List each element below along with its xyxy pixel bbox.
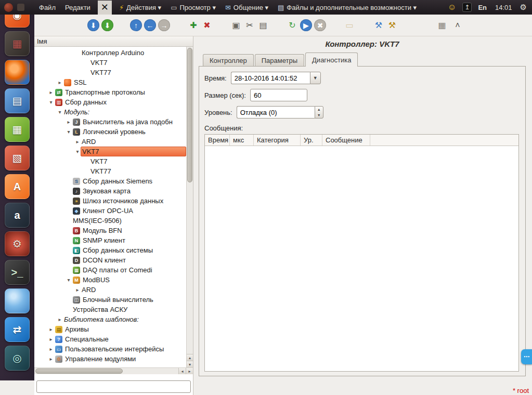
time-dropdown-icon[interactable]: ▼ [310, 72, 321, 84]
tree-item[interactable]: ▾Модуль: [34, 107, 186, 117]
tree-collapsed-icon[interactable]: ▸ [48, 356, 54, 362]
delete-item-button[interactable]: ✖ [200, 19, 214, 32]
cut-item-button[interactable]: ✂ [243, 19, 256, 32]
smiley-indicator-icon[interactable]: ☺ [444, 3, 460, 12]
tree-item[interactable]: DDCON клиент [34, 255, 186, 265]
tree-collapsed-icon[interactable]: ▸ [48, 336, 54, 342]
tree-vertical-scrollbar[interactable]: ▴ ▾ [186, 47, 193, 367]
tree-item[interactable]: ▸?Специальные [34, 334, 186, 344]
column-header-1[interactable]: мкс [230, 135, 254, 146]
tree-expanded-icon[interactable]: ▾ [74, 149, 81, 154]
scroll-right-icon[interactable]: ▸ [186, 368, 193, 374]
tree-item[interactable]: VKT77 [34, 68, 186, 77]
clear-button[interactable]: ▭ [343, 19, 356, 32]
launcher-item-bottom-partial[interactable]: ◎ [5, 346, 30, 371]
size-input[interactable] [250, 89, 307, 101]
spin-up-icon[interactable]: ▲ [315, 107, 323, 112]
tree-item[interactable]: Контроллер Arduino [34, 48, 186, 58]
tree-horizontal-scrollbar-thumb[interactable] [35, 368, 123, 374]
up-button[interactable]: ↑ [130, 19, 142, 31]
tree-vertical-scrollbar-thumb[interactable] [187, 48, 192, 182]
refresh-button[interactable]: ↻ [286, 19, 299, 32]
start-button[interactable]: ▶ [300, 19, 312, 31]
tree-item[interactable]: ♪Звуковая карта [34, 186, 186, 196]
tree-item[interactable]: ▸ARD [34, 137, 186, 147]
clock[interactable]: 14:01 [490, 4, 517, 11]
tree-item[interactable]: VKT7 [34, 58, 186, 68]
tree-expanded-icon[interactable]: ▾ [66, 277, 72, 283]
tree-item[interactable]: SСбор данных Siemens [34, 176, 186, 186]
tree-item[interactable]: ▸SSL [34, 77, 186, 87]
launcher-item-amazon[interactable]: a [5, 203, 30, 228]
tree-item[interactable]: ◫Блочный вычислитель [34, 295, 186, 305]
launcher-item-files-dark[interactable]: ▦ [5, 31, 30, 56]
tree-collapsed-icon[interactable]: ▸ [48, 326, 54, 332]
launcher-item-teamviewer[interactable]: ⇄ [5, 317, 30, 342]
indicator-view[interactable]: ▭Просмотр ▾ [166, 0, 220, 15]
launcher-item-writer[interactable]: ▤ [5, 88, 30, 113]
scroll-up-icon[interactable]: ▴ [187, 354, 193, 361]
tree-item[interactable]: VKT77 [34, 166, 186, 176]
tree-item[interactable]: »Шлюз источников данных [34, 196, 186, 206]
tree-header[interactable]: Імя [34, 36, 193, 47]
tree-collapsed-icon[interactable]: ▸ [48, 89, 54, 95]
tree-collapsed-icon[interactable]: ▸ [74, 287, 81, 293]
panel-splitter[interactable] [193, 36, 197, 395]
tab-2[interactable]: Диагностика [305, 52, 358, 66]
spin-down-icon[interactable]: ▼ [315, 112, 323, 118]
tree-collapsed-icon[interactable]: ▸ [57, 80, 63, 85]
session-gear-icon[interactable]: ⚙ [517, 3, 532, 12]
tree-item[interactable]: ▦DAQ платы от Comedi [34, 265, 186, 275]
load-button[interactable]: ⬇ [87, 19, 99, 31]
tree-expanded-icon[interactable]: ▾ [48, 99, 54, 105]
tree-item[interactable]: ◧Сбор данных системы [34, 245, 186, 255]
level-input[interactable] [237, 106, 315, 118]
scroll-left-icon[interactable]: ◂ [178, 368, 186, 374]
tree-item[interactable]: ▾▥Сбор данных [34, 97, 186, 107]
tree-collapsed-icon[interactable]: ▸ [66, 119, 72, 125]
launcher-item-terminal[interactable]: >_ [5, 260, 30, 285]
tree-collapsed-icon[interactable]: ▸ [74, 139, 81, 144]
tree-item[interactable]: NSNMP клиент [34, 235, 186, 245]
column-header-0[interactable]: Время [205, 135, 230, 146]
indicator-actions[interactable]: ⚡Действия ▾ [114, 0, 166, 15]
messages-table-body[interactable] [205, 146, 518, 371]
close-icon[interactable]: ✕ [98, 1, 112, 15]
dev-tool1-button[interactable]: ⚒ [372, 19, 385, 32]
tree-horizontal-scrollbar[interactable]: ◂ ▸ [34, 367, 193, 374]
chat-notification-icon[interactable]: ⋯ [521, 349, 532, 364]
time-input[interactable] [231, 72, 310, 84]
panel-app-icon[interactable] [4, 3, 13, 12]
add-item-button[interactable]: ✚ [187, 19, 200, 32]
paste-item-button[interactable]: ▤ [256, 19, 270, 32]
tree-item[interactable]: ▸ARD [34, 285, 186, 295]
save-button[interactable]: ⬇ [101, 19, 113, 31]
stop-button[interactable]: ✖ [314, 19, 326, 31]
collapse-toolbar-button[interactable]: ˄ [451, 19, 464, 32]
launcher-item-calc[interactable]: ▦ [5, 117, 30, 142]
tree-item[interactable]: MMS(IEC-9506) [34, 216, 186, 226]
tree-item[interactable]: BМодуль BFN [34, 226, 186, 235]
tree-expanded-icon[interactable]: ▾ [57, 109, 63, 115]
column-header-2[interactable]: Категория [254, 135, 301, 146]
launcher-item-firefox[interactable] [5, 60, 30, 85]
grid-button[interactable]: ▦ [435, 19, 449, 32]
panel-menu-icon[interactable] [17, 4, 24, 11]
tree-item[interactable]: ▸⇄Транспортные протоколы [34, 87, 186, 97]
dev-tool2-button[interactable]: ⚒ [385, 19, 399, 32]
forward-button[interactable]: → [158, 19, 170, 31]
menu-item-0[interactable]: Файл [34, 0, 60, 15]
column-header-3[interactable]: Ур. [301, 135, 322, 146]
tree-item[interactable]: ◆Клиент OPC-UA [34, 206, 186, 216]
tree-item[interactable]: ▸▤Архивы [34, 324, 186, 334]
tree-item[interactable]: ▾LЛогический уровень [34, 127, 186, 137]
tab-0[interactable]: Контроллер [203, 54, 254, 66]
tree-item[interactable]: Устройства АСКУ [34, 305, 186, 314]
tree-item[interactable]: ▸Библиотека шаблонов: [34, 314, 186, 324]
scroll-down-icon[interactable]: ▾ [187, 361, 193, 367]
tree-collapsed-icon[interactable]: ▸ [48, 346, 54, 352]
tree-item[interactable]: VKT7 [34, 156, 186, 166]
launcher-item-software-center[interactable]: A [5, 174, 30, 199]
indicator-chat[interactable]: ✉Общение ▾ [220, 0, 273, 15]
tree-expanded-icon[interactable]: ▾ [66, 129, 72, 135]
